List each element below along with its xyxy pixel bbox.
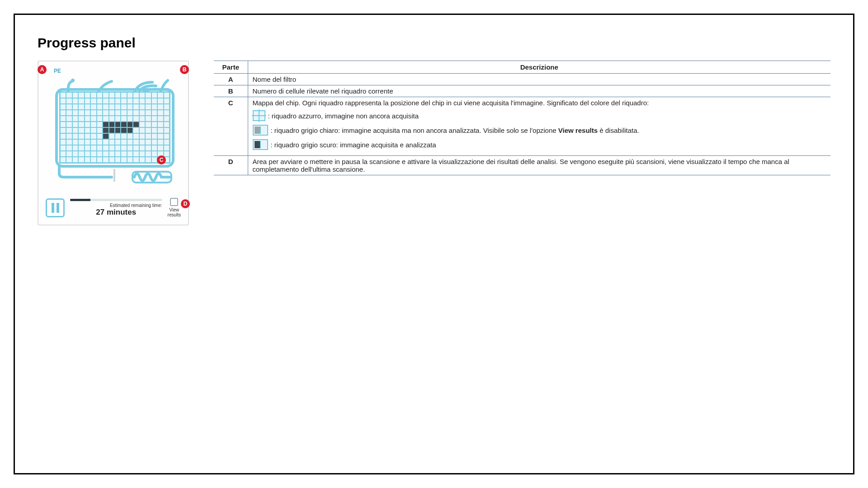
table-row: A Nome del filtro	[214, 74, 830, 85]
badge-a: A	[38, 65, 47, 74]
legend-darkgray-text: : riquadro grigio scuro: immagine acquis…	[271, 141, 436, 149]
cell-part: B	[214, 85, 248, 97]
view-results-toggle[interactable]: View results	[168, 198, 181, 217]
cell-part: A	[214, 74, 248, 85]
table-row: C Mappa del chip. Ogni riquadro rapprese…	[214, 97, 830, 156]
legend-azure: : riquadro azzurro, immagine non ancora …	[253, 110, 826, 121]
cell-desc: Numero di cellule rilevate nel riquadro …	[248, 85, 830, 97]
page-title: Progress panel	[38, 35, 830, 51]
cell-desc: Nome del filtro	[248, 74, 830, 85]
badge-d: D	[181, 199, 190, 208]
table-row: D Area per avviare o mettere in pausa la…	[214, 156, 830, 175]
view-results-label: View results	[168, 207, 181, 217]
progress-section: Estimated remaining time: 27 minutes	[70, 199, 162, 217]
panel-top: PE	[44, 67, 183, 77]
table: Parte Descrizione A Nome del filtro B Nu…	[214, 61, 830, 175]
svg-rect-2	[113, 169, 115, 182]
pause-icon-bar	[57, 203, 59, 213]
bottom-controls: Estimated remaining time: 27 minutes Vie…	[44, 198, 183, 217]
pause-icon-bar	[52, 203, 54, 213]
view-results-checkbox[interactable]	[170, 198, 178, 206]
chip-map: C	[44, 79, 183, 192]
svg-point-0	[71, 79, 75, 82]
legend-lightgray: : riquadro grigio chiaro: immagine acqui…	[253, 125, 826, 136]
filter-name: PE	[54, 68, 61, 74]
legend-darkgray-icon	[253, 139, 268, 150]
legend-darkgray: : riquadro grigio scuro: immagine acquis…	[253, 139, 826, 150]
page-frame: Progress panel A B PE	[14, 14, 854, 474]
c-intro: Mappa del chip. Ogni riquadro rappresent…	[253, 99, 826, 107]
chip-grid	[59, 91, 170, 164]
content-row: A B PE	[38, 61, 830, 225]
progress-panel: A B PE	[38, 61, 189, 225]
estimated-time-value: 27 minutes	[70, 208, 162, 217]
progress-bar	[70, 199, 162, 201]
th-desc: Descrizione	[248, 61, 830, 74]
legend-table: Parte Descrizione A Nome del filtro B Nu…	[214, 61, 830, 175]
cell-part: D	[214, 156, 248, 175]
table-row: B Numero di cellule rilevate nel riquadr…	[214, 85, 830, 97]
progress-fill	[70, 199, 90, 201]
cell-desc: Area per avviare o mettere in pausa la s…	[248, 156, 830, 175]
legend-lightgray-icon	[253, 125, 268, 136]
legend-azure-icon	[253, 110, 265, 121]
legend-lightgray-text: : riquadro grigio chiaro: immagine acqui…	[271, 127, 639, 134]
badge-c: C	[157, 155, 166, 164]
legend-azure-text: : riquadro azzurro, immagine non ancora …	[268, 112, 419, 120]
badge-b: B	[180, 65, 189, 74]
th-part: Parte	[214, 61, 248, 74]
cell-part: C	[214, 97, 248, 156]
cell-desc: Mappa del chip. Ogni riquadro rappresent…	[248, 97, 830, 156]
pause-button[interactable]	[46, 198, 65, 217]
estimated-time-label: Estimated remaining time:	[70, 203, 162, 208]
